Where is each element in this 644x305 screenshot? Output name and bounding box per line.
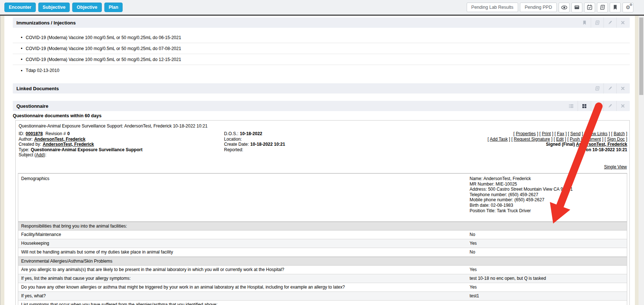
list-view-icon[interactable]: [565, 101, 578, 111]
created-by-label: Created by:: [19, 142, 41, 147]
book-icon[interactable]: [591, 101, 603, 111]
signed-by-link[interactable]: AndersonTest, Frederick: [576, 142, 627, 147]
demographics-answer: Name: AndersonTest, Frederick MR Number:…: [470, 176, 573, 213]
calendar-check-icon[interactable]: [584, 3, 595, 12]
create-date-line: Create Date:10-18-2022 10:21: [224, 142, 487, 147]
table-row: Will not be handling animals but some of…: [18, 248, 627, 257]
archive-box-icon[interactable]: [571, 3, 582, 12]
close-x-icon[interactable]: [616, 18, 629, 28]
question-text: Housekeeping: [18, 241, 467, 246]
push-document-link[interactable]: Push Document: [570, 137, 601, 142]
edit-link[interactable]: Edit: [556, 137, 564, 142]
grid-view-icon[interactable]: [578, 101, 591, 111]
question-text: Demographics: [21, 176, 49, 181]
dos-value: 10-18-2022: [240, 131, 262, 136]
plan-button[interactable]: Plan: [104, 3, 123, 12]
print-link[interactable]: Print: [542, 131, 551, 136]
eye-icon[interactable]: [559, 3, 570, 12]
answer-text: test 10-18 no enc open, but Q is tasked: [470, 276, 546, 281]
author-link[interactable]: AndersonTest, Frederick: [34, 137, 85, 142]
bookmark-icon[interactable]: [610, 3, 621, 12]
demographics-line: MR Number: MIE-10025: [470, 182, 573, 187]
close-x-icon[interactable]: [616, 83, 629, 94]
edit-pencil-icon[interactable]: [603, 101, 616, 111]
answer-text: No: [470, 232, 475, 237]
table-row: Are you allergic to any animals(s) that …: [18, 266, 627, 274]
type-value: Questionnaire-Animal Exposure Surveillan…: [31, 147, 142, 152]
fax-link[interactable]: Fax: [557, 131, 564, 136]
book-icon[interactable]: [591, 18, 603, 28]
type-label: Type:: [19, 147, 29, 152]
vertical-scrollbar[interactable]: [639, 16, 644, 305]
created-by-link[interactable]: AndersonTest, Frederick: [43, 142, 94, 147]
demographics-line: Address: 500 Castro Street Mountain View…: [470, 187, 573, 192]
table-row: HousekeepingYes: [18, 239, 627, 248]
section-icon-group: [578, 18, 629, 28]
demographics-line: Name: AndersonTest, Frederick: [470, 176, 573, 182]
settings-gears-icon[interactable]: ⚙⚙: [622, 3, 633, 12]
questionnaire-subtitle: Questionnaire documents within 60 days: [13, 113, 630, 118]
author-label: Author:: [19, 137, 33, 142]
edit-pencil-icon[interactable]: [603, 83, 616, 94]
answer-text: Yes: [470, 267, 477, 272]
location-label: Location:: [224, 137, 242, 142]
reported-label: Reported:: [224, 147, 243, 152]
view-links-link[interactable]: View Links: [587, 131, 608, 136]
answer-text: test1: [470, 293, 479, 298]
pending-ppd-button[interactable]: Pending PPD: [520, 3, 557, 12]
edit-pencil-icon[interactable]: [603, 18, 616, 28]
list-item: COVID-19 (Moderna) Vaccine 100 mcg/0.5mL…: [13, 43, 630, 54]
subjective-button[interactable]: Subjective: [38, 3, 70, 12]
section-icon-group: [591, 83, 629, 94]
single-view-link[interactable]: Single View: [604, 164, 627, 169]
section-row-text: Responsibilities that bring you into the…: [18, 224, 467, 229]
signed-date-line: on 10-18-2022 10:21: [487, 147, 627, 153]
section-title: Questionnaire: [16, 103, 48, 109]
demographics-line: Telephone number: (650) 459-2627: [470, 192, 573, 198]
book-icon[interactable]: [591, 83, 603, 94]
table-section-row: Responsibilities that bring you into the…: [18, 222, 627, 230]
section-title: Linked Documents: [16, 86, 59, 91]
content-panel: Immunizations / Injections COVID-19 (Mod…: [4, 16, 635, 305]
bookmark-icon[interactable]: [578, 18, 591, 28]
immunization-text: COVID-19 (Moderna) Vaccine 100 mcg/0.5mL…: [26, 46, 181, 51]
demographics-line: Mobile phone number: (650) 459-2627: [470, 197, 573, 203]
create-date-label: Create Date:: [224, 142, 249, 147]
toolbar-left-group: Encounter Subjective Objective Plan: [4, 0, 123, 15]
section-header-questionnaire: Questionnaire: [13, 101, 630, 111]
table-row: Do you have any other known allergies or…: [18, 283, 627, 292]
encounter-button[interactable]: Encounter: [4, 3, 36, 12]
metadata-middle-column: D.O.S.:10-18-2022 Location: Create Date:…: [224, 131, 487, 158]
document-id-link[interactable]: 0001878: [26, 131, 43, 136]
properties-link[interactable]: Properties: [516, 131, 536, 136]
answer-text: No: [470, 249, 475, 255]
send-link[interactable]: Send: [570, 131, 581, 136]
list-item: COVID-19 (Moderna) Vaccine 100 mcg/0.5mL…: [13, 54, 630, 65]
question-text: Facility/Maintenance: [18, 232, 467, 237]
sign-doc-link[interactable]: Sign Doc: [607, 137, 625, 142]
type-line: Type:Questionnaire-Animal Exposure Surve…: [19, 147, 224, 153]
immunization-list: COVID-19 (Moderna) Vaccine 100 mcg/0.5mL…: [13, 32, 630, 76]
objective-button[interactable]: Objective: [72, 3, 101, 12]
created-by-line: Created by:AndersonTest, Frederick: [19, 142, 224, 147]
document-title: Questionnaire-Animal Exposure Surveillan…: [18, 123, 627, 129]
section-row-text: Environmental Allergies/Asthma/Skin Prob…: [18, 259, 467, 264]
book-icon[interactable]: [597, 3, 608, 12]
scrollbar-thumb[interactable]: [639, 18, 643, 95]
questionnaire-table: Demographics Name: AndersonTest, Frederi…: [18, 173, 627, 305]
signed-prefix: Signed (Final): [546, 142, 576, 147]
pending-lab-results-button[interactable]: Pending Lab Results: [467, 3, 518, 12]
batch-link[interactable]: Batch: [614, 131, 625, 136]
immunization-text: COVID-19 (Moderna) Vaccine 100 mcg/0.5mL…: [26, 35, 181, 40]
subject-add-link[interactable]: Add: [36, 152, 43, 157]
close-x-icon[interactable]: [616, 101, 629, 111]
subject-line: Subject (Add):: [19, 152, 224, 158]
add-task-link[interactable]: Add Task: [490, 137, 508, 142]
revision-label: Revision #: [45, 131, 66, 136]
table-row: Facility/MaintenanceNo: [18, 230, 627, 239]
revision-value: 0: [67, 131, 70, 136]
section-header-linked-documents: Linked Documents: [13, 83, 630, 94]
request-signature-link[interactable]: Request Signature: [514, 137, 550, 142]
demographics-line: Birth date: 02-08-1983: [470, 203, 573, 208]
metadata-left-column: ID:0001878 Revision #0 Author:AndersonTe…: [18, 131, 224, 158]
